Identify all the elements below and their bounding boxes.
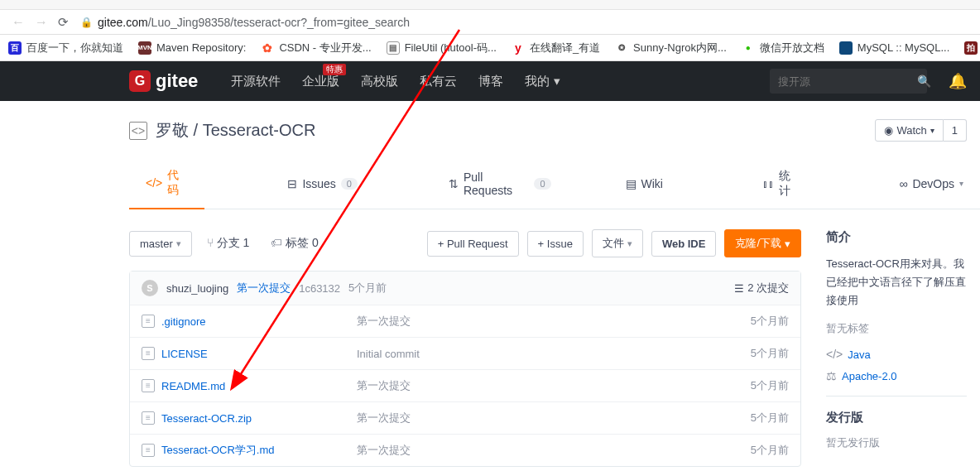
- release-title: 发行版: [826, 410, 967, 425]
- file-time: 5个月前: [751, 314, 789, 329]
- repo-code-icon: <>: [129, 122, 147, 140]
- doc-icon: ▤: [387, 41, 400, 55]
- watch-count[interactable]: 1: [944, 119, 967, 142]
- commit-sha: 1c63132: [299, 282, 340, 295]
- file-commit-msg[interactable]: 第一次提交: [357, 378, 742, 393]
- bell-icon[interactable]: 🔔: [949, 72, 967, 90]
- author-avatar[interactable]: S: [142, 280, 158, 296]
- commit-age: 5个月前: [348, 281, 387, 296]
- tab-issues[interactable]: ⊟Issues0: [271, 167, 374, 200]
- bookmark-wechat[interactable]: ●微信开放文档: [742, 41, 824, 55]
- gitee-header: G gitee 开源软件 特惠 企业版 高校版 私有云 博客 我的 ▾ 🔍 🔔: [0, 61, 980, 101]
- repo-path: 罗敬 / Tesseract-OCR: [156, 119, 315, 142]
- nav-edu[interactable]: 高校版: [361, 74, 398, 89]
- bookmark-baidu[interactable]: 百百度一下，你就知道: [8, 41, 123, 55]
- forward-icon[interactable]: →: [35, 15, 48, 30]
- bookmark-duobao[interactable]: 拍夺宝岛列表: [964, 41, 980, 55]
- repo-name[interactable]: Tesseract-OCR: [203, 121, 316, 139]
- lang-link[interactable]: </>Java: [826, 348, 967, 361]
- file-commit-msg[interactable]: 第一次提交: [357, 411, 742, 425]
- gitee-logo[interactable]: G gitee: [129, 70, 198, 92]
- file-row: LICENSE Initial commit 5个月前: [130, 338, 800, 370]
- license-link[interactable]: ⚖Apache-2.0: [826, 369, 967, 382]
- url-host: gitee.com: [98, 16, 148, 29]
- intro-text: Tesseract-OCR用来对具。我已经把中文语言径下了解压直接使用: [826, 255, 967, 310]
- nav-blog[interactable]: 博客: [478, 74, 503, 89]
- tab-pr[interactable]: ⇅Pull Requests0: [432, 161, 568, 207]
- gitee-logo-icon: G: [129, 70, 151, 92]
- repo-sidebar: 简介 Tesseract-OCR用来对具。我已经把中文语言径下了解压直接使用 暂…: [826, 229, 967, 471]
- browser-tabs-strip: [0, 0, 980, 10]
- reload-icon[interactable]: ⟳: [58, 15, 69, 30]
- file-link[interactable]: Tesseract-OCR学习.md: [161, 443, 275, 458]
- bookmark-youdao[interactable]: y在线翻译_有道: [512, 41, 600, 55]
- baidu-icon: 百: [8, 41, 22, 55]
- file-icon: [142, 347, 155, 360]
- nav-opensource[interactable]: 开源软件: [231, 74, 281, 89]
- files-button[interactable]: 文件: [592, 229, 643, 257]
- duobao-icon: 拍: [964, 41, 978, 55]
- bookmark-maven[interactable]: MVNMaven Repository:: [138, 41, 246, 55]
- gitee-brand: gitee: [156, 70, 198, 92]
- tab-wiki[interactable]: ▤Wiki: [609, 167, 680, 200]
- pull-request-button[interactable]: + Pull Request: [427, 231, 519, 257]
- issue-button[interactable]: + Issue: [527, 231, 584, 257]
- pr-icon: ⇅: [449, 177, 459, 190]
- search-icon[interactable]: 🔍: [917, 74, 931, 88]
- bookmarks-bar: 百百度一下，你就知道 MVNMaven Repository: ✿CSDN - …: [0, 35, 980, 61]
- header-search[interactable]: 🔍: [770, 69, 927, 94]
- file-commit-msg[interactable]: 第一次提交: [357, 443, 742, 458]
- author-name[interactable]: shuzi_luojing: [166, 282, 228, 295]
- branch-selector[interactable]: master: [129, 231, 192, 257]
- file-icon: [142, 379, 155, 392]
- bookmark-mysql[interactable]: MySQL :: MySQL...: [839, 41, 949, 55]
- repo-owner[interactable]: 罗敬: [156, 121, 189, 139]
- tab-devops[interactable]: ∞DevOps▾: [882, 167, 980, 200]
- file-time: 5个月前: [751, 443, 789, 458]
- total-commits-link[interactable]: ☰2 次提交: [734, 281, 789, 296]
- nav-enterprise[interactable]: 特惠 企业版: [302, 74, 339, 89]
- tags-link[interactable]: 🏷 标签 0: [264, 230, 325, 257]
- clone-download-button[interactable]: 克隆/下载 ▾: [724, 229, 801, 257]
- file-time: 5个月前: [751, 411, 789, 425]
- tab-stats[interactable]: ⫾⫾统计: [746, 159, 816, 209]
- file-commit-msg[interactable]: 第一次提交: [357, 314, 742, 329]
- branches-link[interactable]: ⑂ 分支 1: [200, 230, 257, 257]
- commit-header-row: S shuzi_luojing 第一次提交 1c63132 5个月前 ☰2 次提…: [130, 272, 800, 305]
- license-icon: ⚖: [826, 369, 837, 382]
- file-link[interactable]: Tesseract-OCR.zip: [161, 412, 252, 425]
- file-link[interactable]: LICENSE: [161, 348, 208, 360]
- stats-icon: ⫾⫾: [762, 177, 774, 190]
- tab-code[interactable]: </>代码: [129, 158, 204, 209]
- file-row: .gitignore 第一次提交 5个月前: [130, 305, 800, 338]
- bookmark-ngrok[interactable]: ✪Sunny-Ngrok内网...: [615, 41, 727, 55]
- url-path: /Luo_Jing98358/tesseract-ocr?_from=gitee…: [148, 16, 410, 29]
- code-tab-icon: </>: [146, 176, 162, 190]
- history-icon: ☰: [734, 282, 744, 295]
- file-icon: [142, 315, 155, 328]
- watch-button[interactable]: ◉ Watch ▾: [875, 119, 943, 142]
- bookmark-fileutil[interactable]: ▤FileUtil (hutool-码...: [387, 41, 497, 55]
- bookmark-csdn[interactable]: ✿CSDN - 专业开发...: [261, 41, 371, 55]
- file-time: 5个月前: [751, 346, 789, 361]
- search-input[interactable]: [778, 75, 917, 88]
- chevron-down-icon: ▾: [959, 179, 963, 188]
- wiki-icon: ▤: [626, 177, 637, 190]
- eye-icon: ◉: [884, 124, 893, 137]
- nav-mine[interactable]: 我的 ▾: [525, 74, 560, 89]
- file-link[interactable]: .gitignore: [161, 315, 205, 328]
- file-commit-msg[interactable]: Initial commit: [357, 348, 742, 360]
- commit-message-link[interactable]: 第一次提交: [237, 281, 291, 296]
- no-release: 暂无发行版: [826, 435, 967, 450]
- no-tags: 暂无标签: [826, 321, 967, 336]
- web-ide-button[interactable]: Web IDE: [651, 231, 717, 257]
- badge-special: 特惠: [323, 64, 346, 75]
- back-icon[interactable]: ←: [12, 15, 25, 30]
- nav-private[interactable]: 私有云: [420, 74, 457, 89]
- file-link[interactable]: README.md: [161, 380, 225, 392]
- issues-icon: ⊟: [287, 177, 297, 190]
- ngrok-icon: ✪: [615, 41, 628, 55]
- csdn-icon: ✿: [261, 41, 274, 55]
- address-bar[interactable]: 🔒 gitee.com/Luo_Jing98358/tesseract-ocr?…: [75, 12, 975, 32]
- wechat-icon: ●: [742, 41, 755, 55]
